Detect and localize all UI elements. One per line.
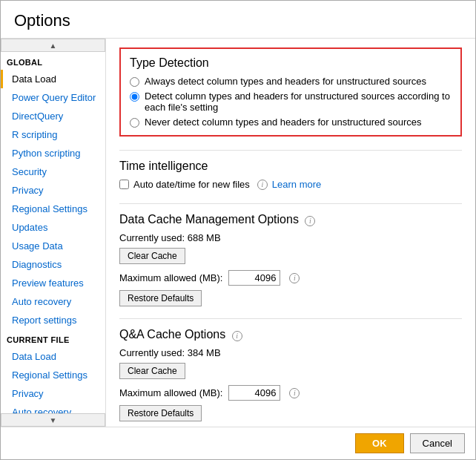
sidebar-item-python-scripting[interactable]: Python scripting (1, 144, 105, 162)
type-detection-label-3: Never detect column types and headers fo… (145, 116, 422, 128)
qa-cache-info-icon: i (232, 331, 242, 341)
type-detection-radio-1[interactable] (130, 77, 139, 87)
divider-1 (119, 150, 462, 151)
type-detection-radio-2[interactable] (130, 92, 139, 102)
type-detection-label-2: Detect column types and headers for unst… (145, 91, 452, 113)
dialog-body: ▲ GLOBAL Data Load Power Query Editor Di… (1, 38, 475, 427)
type-detection-label-1: Always detect column types and headers f… (145, 76, 426, 87)
ok-button[interactable]: OK (355, 433, 404, 453)
divider-2 (119, 203, 462, 204)
sidebar-item-report-settings[interactable]: Report settings (1, 311, 105, 329)
sidebar-item-current-auto-recovery[interactable]: Auto recovery (1, 403, 105, 413)
data-cache-used-value: 688 MB (188, 232, 221, 243)
data-cache-used-label: Currently used: (119, 232, 185, 243)
data-cache-max-info-icon: i (289, 273, 300, 283)
sidebar: ▲ GLOBAL Data Load Power Query Editor Di… (1, 39, 106, 427)
options-dialog: Options ▲ GLOBAL Data Load Power Query E… (0, 0, 476, 460)
time-intelligence-info-icon: i (257, 180, 268, 190)
sidebar-item-usage-data[interactable]: Usage Data (1, 237, 105, 255)
qa-cache-clear-button[interactable]: Clear Cache (119, 363, 185, 379)
data-cache-title-text: Data Cache Management Options (119, 213, 299, 226)
type-detection-option-1: Always detect column types and headers f… (130, 76, 452, 87)
sidebar-scroll-down[interactable]: ▼ (1, 413, 105, 427)
divider-3 (119, 318, 462, 319)
time-intelligence-title: Time intelligence (119, 160, 462, 173)
qa-cache-section: Q&A Cache Options i Currently used: 384 … (119, 328, 462, 421)
data-cache-max-label: Maximum allowed (MB): (119, 272, 222, 283)
main-content: Type Detection Always detect column type… (106, 39, 475, 427)
qa-cache-restore-button[interactable]: Restore Defaults (119, 405, 202, 421)
auto-datetime-checkbox[interactable] (119, 180, 129, 189)
data-cache-used: Currently used: 688 MB (119, 232, 462, 243)
current-file-section-label: CURRENT FILE (1, 329, 105, 347)
data-cache-restore-button[interactable]: Restore Defaults (119, 290, 202, 306)
data-cache-section: Data Cache Management Options i Currentl… (119, 213, 462, 306)
sidebar-item-directquery[interactable]: DirectQuery (1, 107, 105, 125)
sidebar-item-diagnostics[interactable]: Diagnostics (1, 255, 105, 274)
global-section-label: GLOBAL (1, 52, 105, 70)
data-cache-clear-button[interactable]: Clear Cache (119, 248, 185, 264)
sidebar-item-regional-settings[interactable]: Regional Settings (1, 200, 105, 218)
sidebar-item-power-query-editor[interactable]: Power Query Editor (1, 88, 105, 107)
sidebar-item-current-privacy[interactable]: Privacy (1, 384, 105, 403)
dialog-title: Options (1, 1, 475, 38)
type-detection-option-3: Never detect column types and headers fo… (130, 116, 452, 128)
qa-cache-max-input[interactable] (228, 385, 280, 401)
time-intelligence-section: Time intelligence Auto date/time for new… (119, 160, 462, 190)
qa-cache-used-value: 384 MB (188, 347, 221, 358)
type-detection-section: Type Detection Always detect column type… (119, 47, 462, 137)
data-cache-info-icon: i (305, 216, 315, 226)
dialog-footer: OK Cancel (1, 427, 475, 459)
sidebar-scroll-up[interactable]: ▲ (1, 39, 105, 52)
data-cache-max-row: Maximum allowed (MB): i (119, 270, 462, 286)
sidebar-scroll-area: GLOBAL Data Load Power Query Editor Dire… (1, 52, 105, 413)
qa-cache-title: Q&A Cache Options i (119, 328, 462, 341)
sidebar-item-privacy[interactable]: Privacy (1, 181, 105, 200)
sidebar-item-data-load[interactable]: Data Load (1, 70, 105, 88)
sidebar-item-current-regional-settings[interactable]: Regional Settings (1, 366, 105, 384)
auto-datetime-label: Auto date/time for new files (133, 179, 250, 190)
type-detection-radio-3[interactable] (130, 118, 139, 128)
sidebar-item-r-scripting[interactable]: R scripting (1, 125, 105, 144)
sidebar-item-auto-recovery[interactable]: Auto recovery (1, 292, 105, 311)
sidebar-item-preview-features[interactable]: Preview features (1, 274, 105, 292)
sidebar-item-security[interactable]: Security (1, 162, 105, 181)
qa-cache-used: Currently used: 384 MB (119, 347, 462, 358)
qa-cache-max-row: Maximum allowed (MB): i (119, 385, 462, 401)
qa-cache-used-label: Currently used: (119, 347, 185, 358)
time-intelligence-row: Auto date/time for new files i Learn mor… (119, 179, 462, 190)
sidebar-item-updates[interactable]: Updates (1, 218, 105, 237)
type-detection-option-2: Detect column types and headers for unst… (130, 91, 452, 113)
type-detection-title: Type Detection (130, 56, 452, 70)
sidebar-item-current-data-load[interactable]: Data Load (1, 347, 105, 366)
data-cache-title: Data Cache Management Options i (119, 213, 462, 226)
qa-cache-max-info-icon: i (289, 388, 300, 398)
data-cache-max-input[interactable] (228, 270, 280, 286)
learn-more-link[interactable]: Learn more (272, 179, 321, 190)
cancel-button[interactable]: Cancel (410, 433, 465, 453)
qa-cache-max-label: Maximum allowed (MB): (119, 387, 222, 398)
type-detection-box: Type Detection Always detect column type… (119, 47, 462, 137)
qa-cache-title-text: Q&A Cache Options (119, 328, 225, 341)
